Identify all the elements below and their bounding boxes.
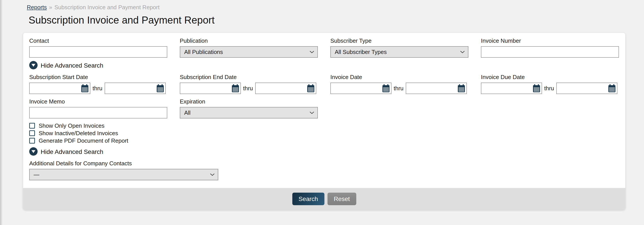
filter-row-1: Contact Publication All Publications Sub…: [29, 37, 619, 58]
calendar-icon[interactable]: [81, 84, 88, 92]
additional-details-label: Additional Details for Company Contacts: [29, 160, 619, 167]
invoice-date-label: Invoice Date: [330, 74, 468, 81]
hide-advanced-search-toggle-top[interactable]: Hide Advanced Search: [29, 61, 103, 70]
chevron-down-icon: [210, 173, 215, 176]
publication-label: Publication: [180, 37, 318, 44]
invoice-date-group: Invoice Date thru: [330, 74, 468, 94]
contact-label: Contact: [29, 37, 167, 44]
circle-triangle-down-icon: [29, 147, 38, 156]
checkbox-box[interactable]: [29, 138, 35, 144]
subscription-start-date-label: Subscription Start Date: [29, 74, 167, 81]
invoice-number-label: Invoice Number: [481, 37, 619, 44]
calendar-icon[interactable]: [232, 84, 239, 92]
calendar-icon[interactable]: [382, 84, 390, 92]
publication-field-group: Publication All Publications: [180, 37, 318, 58]
invoice-memo-label: Invoice Memo: [29, 98, 167, 105]
subscriber-type-select[interactable]: All Subscriber Types: [330, 46, 468, 58]
chevron-down-icon: [460, 50, 465, 54]
checkbox-box[interactable]: [29, 130, 35, 136]
checkbox-label: Generate PDF Document of Report: [39, 137, 128, 144]
thru-label: thru: [544, 85, 554, 92]
additional-details-select[interactable]: —: [29, 169, 218, 180]
publication-select[interactable]: All Publications: [180, 46, 318, 58]
filter-row-dates: Subscription Start Date thru: [29, 74, 619, 94]
checkbox-list: Show Only Open Invoices Show Inactive/De…: [29, 122, 619, 144]
breadcrumb-separator: »: [49, 4, 52, 11]
filter-row-3: Invoice Memo Expiration All: [29, 98, 619, 118]
subscriber-type-label: Subscriber Type: [330, 37, 468, 44]
calendar-icon[interactable]: [458, 84, 465, 92]
breadcrumb: Reports » Subscription Invoice and Payme…: [27, 4, 644, 11]
invoice-number-input[interactable]: [481, 46, 619, 58]
calendar-icon[interactable]: [157, 84, 164, 92]
invoice-number-field-group: Invoice Number: [481, 37, 619, 58]
page-title: Subscription Invoice and Payment Report: [28, 14, 644, 27]
checkbox-label: Show Only Open Invoices: [39, 122, 104, 129]
breadcrumb-reports-link[interactable]: Reports: [27, 4, 47, 11]
search-button[interactable]: Search: [292, 193, 324, 205]
thru-label: thru: [394, 85, 404, 92]
subscription-end-date-label: Subscription End Date: [180, 74, 318, 81]
subscription-start-date-group: Subscription Start Date thru: [29, 74, 167, 94]
show-only-open-invoices-checkbox[interactable]: Show Only Open Invoices: [29, 122, 104, 129]
calendar-icon[interactable]: [608, 84, 616, 92]
generate-pdf-document-checkbox[interactable]: Generate PDF Document of Report: [29, 137, 128, 144]
expiration-select-value: All: [184, 109, 190, 116]
invoice-memo-field-group: Invoice Memo: [29, 98, 167, 118]
subscription-end-date-group: Subscription End Date thru: [180, 74, 318, 94]
expiration-select[interactable]: All: [180, 107, 318, 118]
invoice-due-date-group: Invoice Due Date thru: [481, 74, 619, 94]
thru-label: thru: [92, 85, 102, 92]
left-edge-shadow: [0, 0, 3, 225]
chevron-down-icon: [310, 111, 314, 114]
checkbox-box[interactable]: [29, 123, 35, 129]
invoice-memo-input[interactable]: [29, 107, 167, 118]
reset-button[interactable]: Reset: [328, 193, 356, 205]
hide-advanced-search-label: Hide Advanced Search: [41, 148, 103, 155]
subscriber-type-field-group: Subscriber Type All Subscriber Types: [330, 37, 468, 58]
form-actions-bar: Search Reset: [23, 188, 625, 210]
publication-select-value: All Publications: [184, 49, 223, 56]
additional-details-field-group: Additional Details for Company Contacts …: [29, 160, 619, 180]
thru-label: thru: [243, 85, 253, 92]
show-inactive-deleted-invoices-checkbox[interactable]: Show Inactive/Deleted Invoices: [29, 129, 118, 137]
checkbox-label: Show Inactive/Deleted Invoices: [39, 130, 118, 137]
expiration-label: Expiration: [180, 98, 318, 105]
expiration-field-group: Expiration All: [180, 98, 318, 118]
hide-advanced-search-label: Hide Advanced Search: [41, 62, 103, 69]
contact-input[interactable]: [29, 46, 167, 58]
chevron-down-icon: [310, 50, 314, 54]
hide-advanced-search-toggle-bottom[interactable]: Hide Advanced Search: [29, 147, 103, 157]
calendar-icon[interactable]: [307, 84, 314, 92]
subscriber-type-select-value: All Subscriber Types: [335, 49, 387, 56]
calendar-icon[interactable]: [533, 84, 540, 92]
circle-triangle-down-icon: [29, 61, 38, 70]
contact-field-group: Contact: [29, 37, 167, 58]
breadcrumb-current: Subscription Invoice and Payment Report: [54, 4, 160, 11]
search-form-card: Contact Publication All Publications Sub…: [23, 33, 625, 210]
invoice-due-date-label: Invoice Due Date: [481, 74, 619, 81]
page-header: Reports » Subscription Invoice and Payme…: [0, 0, 644, 27]
additional-details-select-value: —: [34, 171, 39, 178]
